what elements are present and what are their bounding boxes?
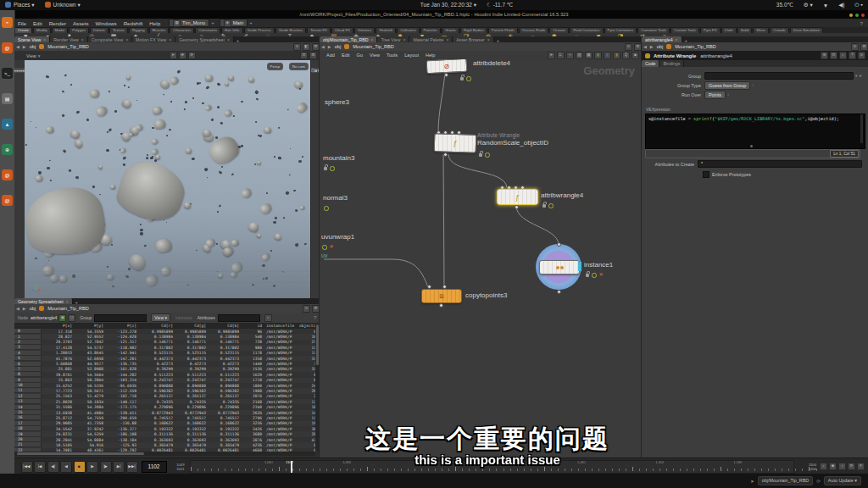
table-row[interactable]: 1117.772350.5671-112.5590.5963820.596382… [14, 388, 320, 393]
table-row[interactable]: 228.370352.7842-121.3170.1467710.1467710… [14, 340, 320, 345]
net-menu-tools[interactable]: Tools [387, 53, 398, 58]
node-output[interactable] [439, 303, 443, 308]
node-badges[interactable] [324, 166, 337, 171]
maximize-pane-icon[interactable]: ⊞ [860, 43, 868, 51]
select-mode-icon[interactable]: ➤ [750, 479, 754, 484]
search-icon[interactable]: ⌕ [839, 52, 847, 59]
square-icon[interactable]: ▪ [566, 52, 574, 59]
shelf-tab-rigid-bodies[interactable]: Rigid Bodies [460, 27, 487, 33]
pin-icon[interactable]: ⊙ [303, 305, 310, 313]
workspace-grid-icon[interactable] [3, 476, 12, 485]
shelf-tab-collisions[interactable]: Collisions [397, 27, 419, 33]
next-key-icon[interactable]: ▶| [113, 461, 125, 473]
node-attribdelete4[interactable]: ⊘ [426, 59, 468, 74]
dock-houdini-icon[interactable]: @ [2, 42, 13, 53]
desktop-tab-main[interactable]: ◈Main [220, 19, 248, 27]
table-row[interactable]: 2110.510554.916-125.930.3654790.3654790.… [14, 442, 320, 447]
vexpression-editor[interactable]: s@instancefile = sprintf("$HIP/geo/ROCK_… [645, 114, 865, 149]
shelf-tab-pyro-containers[interactable]: Pyro Containers [604, 27, 637, 33]
shelf-tab-deform[interactable]: Deform [90, 27, 108, 33]
path-node[interactable]: Mountain_Tip_RBD [47, 44, 89, 49]
node-output[interactable] [515, 205, 519, 209]
path-context[interactable]: obj [657, 44, 663, 49]
select-arrow-icon[interactable]: ➤ [859, 74, 862, 78]
screenshot-icon[interactable]: ■ [632, 52, 639, 59]
display-options-icon[interactable]: ⊞ [309, 52, 317, 59]
tab-code[interactable]: Code [642, 60, 659, 67]
flag-blue-icon[interactable]: ▮ [604, 52, 611, 59]
prims-mode-icon[interactable]: ◲ [68, 314, 75, 322]
net-menu-help[interactable]: Help [426, 53, 436, 58]
net-menu-view[interactable]: View [370, 53, 380, 58]
prev-key-icon[interactable]: |◀ [34, 461, 46, 473]
run-over-dropdown[interactable]: Points [704, 91, 726, 99]
dock-file-manager-icon[interactable]: ▤ [2, 93, 13, 104]
shelf-tab-grains[interactable]: Grains [442, 27, 459, 33]
play-reverse-icon[interactable]: ◀ [60, 461, 72, 473]
shelf-tab-wires[interactable]: Wires [753, 27, 769, 33]
applications-menu[interactable]: Places ▾ [5, 2, 35, 8]
code-scrollbar[interactable] [860, 114, 863, 143]
node-input[interactable] [557, 242, 561, 247]
maximize-button[interactable] [855, 14, 859, 17]
shelf-tab-drive-simulation[interactable]: Drive Simulation [790, 27, 823, 33]
shelf-tab-crowds[interactable]: Crowds [770, 27, 789, 33]
dock-maya-icon[interactable]: ▲ [2, 119, 13, 130]
node-badges[interactable]: ✕ [586, 273, 606, 278]
shelf-tab-modify[interactable]: Modify [33, 27, 51, 33]
tab-bindings[interactable]: Bindings [659, 60, 684, 67]
group-input[interactable] [704, 72, 854, 80]
move-tool-icon[interactable]: ✥ [179, 52, 186, 59]
network-editor[interactable]: Geometry ⊘ attribdelete4 ƒ Attribute Wra… [320, 59, 642, 458]
playbar-options-icon[interactable]: ≡ [857, 463, 865, 470]
table-row[interactable]: 63.6086844.9577-136.7350.422730.422730.4… [14, 361, 320, 366]
table-row[interactable]: 1834.554237.9242-136.3770.1933320.193332… [14, 426, 320, 431]
stepper-icon[interactable]: ↕ [752, 83, 754, 87]
dock-firefox-icon[interactable]: ◓ [2, 17, 13, 28]
shelf-tab-solid[interactable]: Solid [737, 27, 753, 33]
path-context[interactable]: obj [30, 44, 36, 49]
shelf-tab-create[interactable]: Create [14, 27, 32, 33]
clock[interactable]: Tue Jan 30, 22:20:32 ▾ [420, 2, 476, 8]
shelf-tab-model[interactable]: Model [52, 27, 69, 33]
view-dropdown[interactable]: View ▾ [151, 313, 170, 322]
table-row[interactable]: 317.412854.5737-118.9820.3178020.3178020… [14, 345, 320, 350]
help-icon[interactable]: ? [860, 20, 863, 26]
attributes-to-create-input[interactable]: * [698, 160, 862, 168]
node-name[interactable]: attribwrangle4 [31, 315, 57, 320]
dock-terminal-icon[interactable]: >_ [2, 68, 13, 79]
scroll-thumb[interactable] [17, 452, 144, 455]
minimize-button[interactable] [849, 14, 853, 17]
back-icon[interactable]: ◀ [643, 44, 647, 49]
shelf-tab-hair-utils[interactable]: Hair Utils [221, 27, 242, 33]
shelf-tab-redshift[interactable]: Redshift [376, 27, 396, 33]
points-mode-icon[interactable]: ▣ [58, 314, 66, 322]
attributes-filter-input[interactable] [218, 314, 260, 322]
shelf-tab-rigging[interactable]: Rigging [129, 27, 148, 33]
enforce-prototypes-checkbox[interactable] [703, 171, 709, 178]
prev-frame-icon[interactable]: ◀| [47, 461, 59, 473]
next-frame-icon[interactable]: |▶ [100, 461, 112, 473]
volume-icon[interactable]: ◀) [838, 2, 844, 8]
table-row[interactable]: 1225.156351.4279-102.7180.2651370.265137… [14, 394, 320, 399]
power-icon[interactable]: ⏻ ▾ [854, 2, 863, 8]
shelf-tab-guide-brushes[interactable]: Guide Brushes [275, 27, 306, 33]
node-attribwrangle4[interactable]: ƒ [497, 189, 538, 205]
weather-indicator[interactable]: ☾ -11.7 ℃ [487, 2, 513, 8]
pin-icon[interactable]: ⊙ [293, 43, 301, 51]
pin-icon[interactable]: ⊙ [851, 43, 859, 51]
shelf-tab-viscous-fluids[interactable]: Viscous Fluids [519, 27, 549, 33]
menu-redshift[interactable]: Redshift [124, 20, 143, 26]
help-icon[interactable]: ? [314, 315, 316, 320]
path-node[interactable]: Mountain_Tip_RBD [353, 44, 394, 49]
table-row[interactable]: 1015.625250.5336-95.69360.8908880.890888… [14, 383, 320, 388]
node-name-field[interactable]: attribwrangle4 [700, 53, 732, 58]
snap-icon[interactable]: 1: [557, 52, 565, 59]
flag-orange-icon[interactable]: ▮ [613, 52, 620, 59]
pin-icon[interactable]: ⊙ [858, 52, 865, 59]
audio-icon[interactable]: ♪ [838, 463, 846, 470]
node-copytopoints3[interactable]: ⧉ [421, 289, 462, 303]
gear-icon[interactable]: ⚙ [821, 52, 828, 59]
grid-large-icon[interactable]: ▦ [585, 52, 593, 59]
path-node[interactable]: Mountain_Tip_RBD [47, 306, 89, 311]
